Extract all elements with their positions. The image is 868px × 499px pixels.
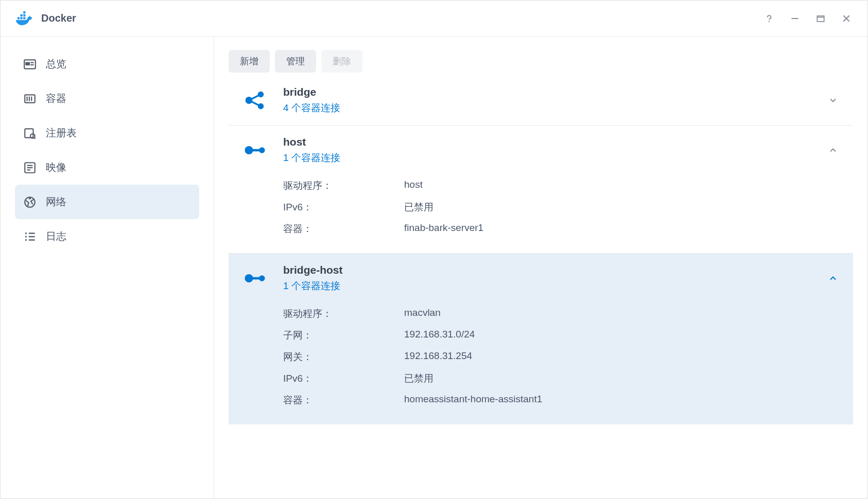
detail-label-driver: 驱动程序： xyxy=(283,179,404,192)
detail-value: host xyxy=(404,179,840,192)
network-host-icon xyxy=(242,265,268,291)
sidebar-item-registry[interactable]: 注册表 xyxy=(15,116,199,150)
svg-point-42 xyxy=(259,147,265,153)
container-icon xyxy=(23,92,37,105)
titlebar: Docker xyxy=(1,1,867,37)
svg-point-32 xyxy=(26,239,26,240)
chevron-down-icon[interactable] xyxy=(826,94,840,107)
svg-point-37 xyxy=(258,92,264,98)
svg-rect-21 xyxy=(25,129,33,137)
network-item-bridge-host: bridge-host 1 个容器连接 驱动程序： macvlan xyxy=(229,253,853,424)
sidebar-item-overview[interactable]: 总览 xyxy=(15,47,199,81)
network-title-group: bridge-host 1 个容器连接 xyxy=(283,264,826,293)
detail-label-gateway: 网关： xyxy=(283,350,404,364)
maximize-icon[interactable] xyxy=(815,13,826,24)
sidebar-item-label: 容器 xyxy=(46,92,66,105)
svg-line-23 xyxy=(34,137,36,138)
network-details: 驱动程序： host IPv6： 已禁用 容器： finab-bark-serv… xyxy=(229,175,853,253)
detail-label-container: 容器： xyxy=(283,394,404,407)
svg-line-39 xyxy=(251,96,258,99)
detail-value: 192.168.31.254 xyxy=(404,350,840,364)
detail-label-subnet: 子网： xyxy=(283,329,404,342)
detail-value: 已禁用 xyxy=(404,372,840,385)
svg-point-31 xyxy=(26,236,26,237)
detail-row: 驱动程序： host xyxy=(283,175,840,197)
sidebar-item-log[interactable]: 日志 xyxy=(15,219,199,254)
app-title: Docker xyxy=(41,12,76,24)
network-name: host xyxy=(283,136,826,148)
log-icon xyxy=(23,230,37,243)
image-icon xyxy=(23,161,37,174)
network-share-icon xyxy=(242,87,268,113)
detail-label-container: 容器： xyxy=(283,222,404,236)
svg-rect-3 xyxy=(20,14,22,16)
detail-value: homeassistant-home-assistant1 xyxy=(404,394,840,407)
docker-logo-icon xyxy=(16,11,33,26)
delete-button: 删除 xyxy=(321,50,362,73)
network-name: bridge xyxy=(283,86,826,98)
network-icon xyxy=(23,195,37,209)
svg-point-45 xyxy=(259,275,265,281)
detail-row: 子网： 192.168.31.0/24 xyxy=(283,325,840,346)
network-sub: 1 个容器连接 xyxy=(283,151,826,165)
detail-row: IPv6： 已禁用 xyxy=(283,197,840,218)
detail-label-ipv6: IPv6： xyxy=(283,372,404,385)
sidebar-item-label: 总览 xyxy=(46,57,66,71)
minimize-icon[interactable] xyxy=(789,13,801,24)
sidebar-item-label: 注册表 xyxy=(46,126,77,140)
toolbar: 新增 管理 删除 xyxy=(229,50,853,73)
detail-value: 192.168.31.0/24 xyxy=(404,329,840,342)
close-icon[interactable] xyxy=(841,13,852,24)
detail-row: 驱动程序： macvlan xyxy=(283,303,840,325)
svg-line-40 xyxy=(251,101,258,105)
network-title-group: host 1 个容器连接 xyxy=(283,136,826,165)
network-sub: 4 个容器连接 xyxy=(283,101,826,115)
network-header[interactable]: host 1 个容器连接 xyxy=(229,126,853,175)
network-header[interactable]: bridge-host 1 个容器连接 xyxy=(229,254,853,303)
network-title-group: bridge 4 个容器连接 xyxy=(283,86,826,115)
titlebar-controls xyxy=(763,13,852,24)
sidebar-item-image[interactable]: 映像 xyxy=(15,150,199,185)
help-icon[interactable] xyxy=(763,13,775,24)
manage-button[interactable]: 管理 xyxy=(275,50,316,73)
svg-point-6 xyxy=(769,21,770,22)
svg-rect-0 xyxy=(18,17,20,19)
network-name: bridge-host xyxy=(283,264,826,276)
network-header[interactable]: bridge 4 个容器连接 xyxy=(229,76,853,125)
add-button[interactable]: 新增 xyxy=(229,50,270,73)
sidebar: 总览 容器 xyxy=(1,37,214,498)
svg-point-38 xyxy=(258,103,264,110)
detail-label-driver: 驱动程序： xyxy=(283,307,404,320)
chevron-up-icon[interactable] xyxy=(826,272,840,285)
content: 新增 管理 删除 xyxy=(214,37,867,498)
network-list: bridge 4 个容器连接 xyxy=(229,76,853,424)
detail-label-ipv6: IPv6： xyxy=(283,201,404,214)
detail-value: 已禁用 xyxy=(404,201,840,214)
svg-rect-1 xyxy=(20,17,22,19)
sidebar-item-label: 映像 xyxy=(46,161,66,174)
sidebar-item-container[interactable]: 容器 xyxy=(15,81,199,116)
chevron-up-icon[interactable] xyxy=(826,144,840,157)
overview-icon xyxy=(23,58,37,71)
detail-row: 网关： 192.168.31.254 xyxy=(283,346,840,368)
svg-rect-5 xyxy=(23,11,25,13)
svg-rect-2 xyxy=(23,17,25,19)
sidebar-item-label: 日志 xyxy=(46,229,66,243)
svg-rect-13 xyxy=(26,62,29,64)
network-item-bridge: bridge 4 个容器连接 xyxy=(229,76,853,125)
network-host-icon xyxy=(242,137,268,163)
detail-row: IPv6： 已禁用 xyxy=(283,368,840,389)
detail-value: finab-bark-server1 xyxy=(404,222,840,236)
svg-point-30 xyxy=(26,233,26,233)
network-details: 驱动程序： macvlan 子网： 192.168.31.0/24 网关： 19… xyxy=(229,303,853,424)
detail-row: 容器： finab-bark-server1 xyxy=(283,218,840,240)
sidebar-item-network[interactable]: 网络 xyxy=(15,185,199,219)
sidebar-item-label: 网络 xyxy=(46,195,66,209)
network-sub: 1 个容器连接 xyxy=(283,279,826,293)
svg-point-36 xyxy=(246,97,253,104)
network-item-host: host 1 个容器连接 驱动程序： host xyxy=(229,125,853,253)
detail-row: 容器： homeassistant-home-assistant1 xyxy=(283,389,840,411)
titlebar-left: Docker xyxy=(16,11,76,26)
svg-rect-4 xyxy=(23,14,25,16)
app-window: Docker xyxy=(0,0,868,499)
